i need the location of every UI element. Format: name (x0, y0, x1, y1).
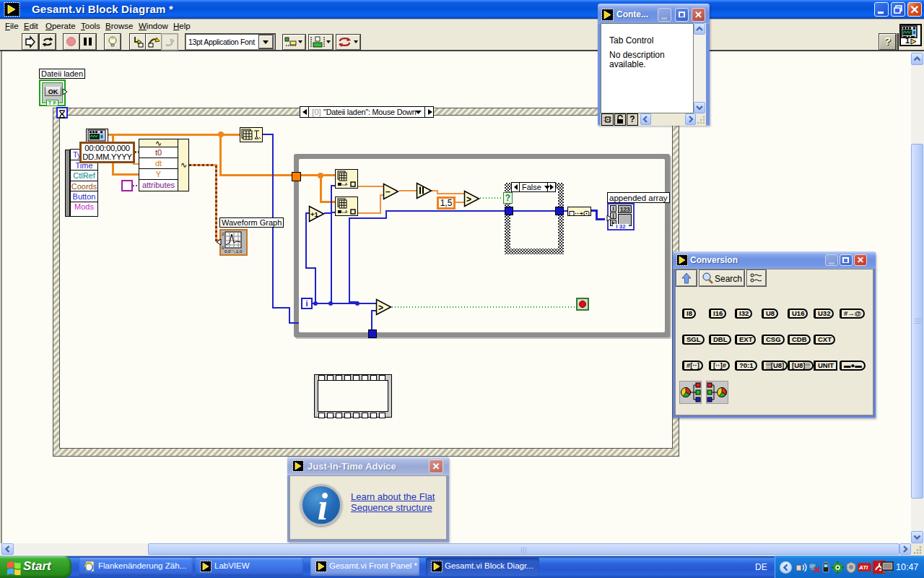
svg-text:>: > (466, 194, 471, 204)
svg-text:1: 1 (905, 36, 910, 45)
svg-text:ATI: ATI (858, 564, 868, 571)
svg-text:+1: +1 (310, 210, 319, 218)
svg-text:0,0: 0,0 (225, 249, 231, 254)
svg-text:1,0: 1,0 (236, 249, 243, 254)
svg-text:>: > (378, 303, 383, 313)
svg-text:2: 2 (222, 232, 225, 236)
svg-text:–: – (385, 186, 391, 197)
